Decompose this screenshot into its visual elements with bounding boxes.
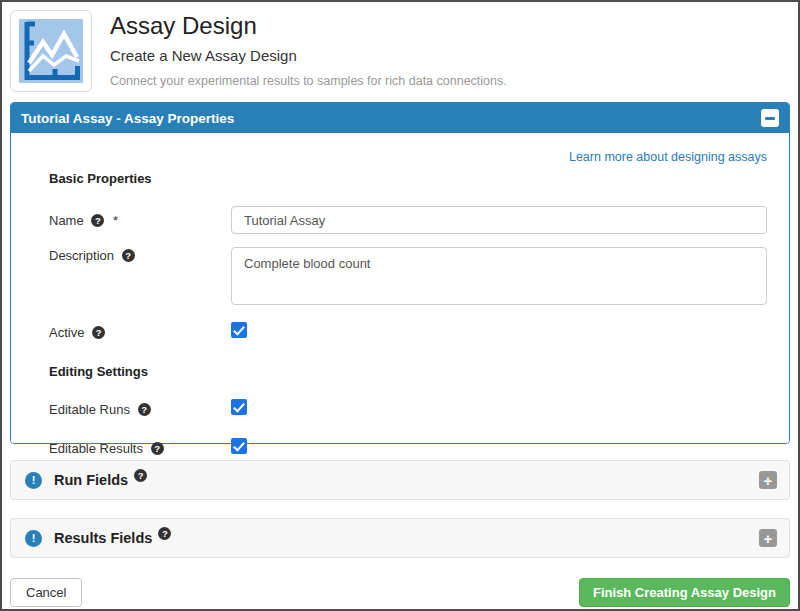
basic-properties-heading: Basic Properties [49, 171, 767, 186]
header-text: Assay Design Create a New Assay Design C… [110, 10, 507, 88]
minus-icon [765, 117, 775, 120]
results-fields-panel[interactable]: ! Results Fields ? + [10, 518, 790, 558]
help-icon[interactable]: ? [92, 326, 105, 339]
plus-icon: + [764, 531, 773, 546]
active-field-control [231, 322, 767, 342]
run-fields-title: Run Fields [54, 472, 128, 488]
editing-settings-heading: Editing Settings [49, 364, 767, 379]
panel-title: Tutorial Assay - Assay Properties [21, 111, 234, 126]
cancel-button[interactable]: Cancel [10, 578, 82, 607]
run-fields-panel[interactable]: ! Run Fields ? + [10, 460, 790, 500]
active-label-group: Active ? [49, 324, 231, 340]
editable-runs-checkbox[interactable] [231, 399, 247, 415]
editable-results-label-group: Editable Results ? [49, 440, 231, 456]
description-field-control: Complete blood count [231, 247, 767, 309]
line-chart-icon [10, 10, 92, 92]
info-icon: ! [25, 530, 42, 547]
page-subtitle: Create a New Assay Design [110, 47, 507, 64]
editable-runs-label-group: Editable Runs ? [49, 401, 231, 417]
help-icon[interactable]: ? [151, 442, 164, 455]
line-chart-icon-svg [19, 19, 83, 83]
active-label: Active [49, 325, 84, 340]
learn-more-row: Learn more about designing assays [41, 147, 767, 165]
page-description: Connect your experimental results to sam… [110, 74, 507, 88]
assay-properties-panel-header[interactable]: Tutorial Assay - Assay Properties [11, 103, 789, 133]
description-label: Description [49, 248, 114, 263]
editable-results-checkbox[interactable] [231, 438, 247, 454]
plus-icon: + [764, 473, 773, 488]
info-icon: ! [25, 472, 42, 489]
editable-runs-label: Editable Runs [49, 402, 130, 417]
help-icon[interactable]: ? [122, 249, 135, 262]
name-input[interactable] [231, 206, 767, 234]
help-icon[interactable]: ? [91, 214, 104, 227]
name-label-group: Name ? * [49, 212, 231, 228]
assay-properties-panel-body: Learn more about designing assays Basic … [11, 133, 789, 443]
collapse-panel-button[interactable] [761, 109, 779, 127]
finish-button[interactable]: Finish Creating Assay Design [579, 578, 790, 607]
help-icon[interactable]: ? [134, 469, 147, 482]
footer-bar: Cancel Finish Creating Assay Design [10, 578, 790, 607]
results-fields-title: Results Fields [54, 530, 152, 546]
description-label-group: Description ? [49, 247, 231, 309]
editable-results-row: Editable Results ? [49, 438, 767, 458]
assay-properties-panel: Tutorial Assay - Assay Properties Learn … [10, 102, 790, 444]
editable-runs-row: Editable Runs ? [49, 399, 767, 419]
page-header: Assay Design Create a New Assay Design C… [2, 2, 798, 98]
help-icon[interactable]: ? [158, 527, 171, 540]
editable-runs-control [231, 399, 767, 419]
required-asterisk: * [113, 213, 118, 228]
name-label: Name [49, 213, 84, 228]
learn-more-link[interactable]: Learn more about designing assays [569, 150, 767, 164]
editable-results-control [231, 438, 767, 458]
editable-results-label: Editable Results [49, 441, 143, 456]
description-textarea[interactable]: Complete blood count [231, 247, 767, 305]
page-title: Assay Design [110, 12, 507, 40]
name-field-row: Name ? * [49, 206, 767, 234]
expand-results-fields-button[interactable]: + [759, 529, 777, 547]
help-icon[interactable]: ? [138, 403, 151, 416]
name-field-control [231, 206, 767, 234]
assay-design-page: Assay Design Create a New Assay Design C… [2, 2, 798, 607]
active-field-row: Active ? [49, 322, 767, 342]
expand-run-fields-button[interactable]: + [759, 471, 777, 489]
active-checkbox[interactable] [231, 322, 247, 338]
description-field-row: Description ? Complete blood count [49, 247, 767, 309]
